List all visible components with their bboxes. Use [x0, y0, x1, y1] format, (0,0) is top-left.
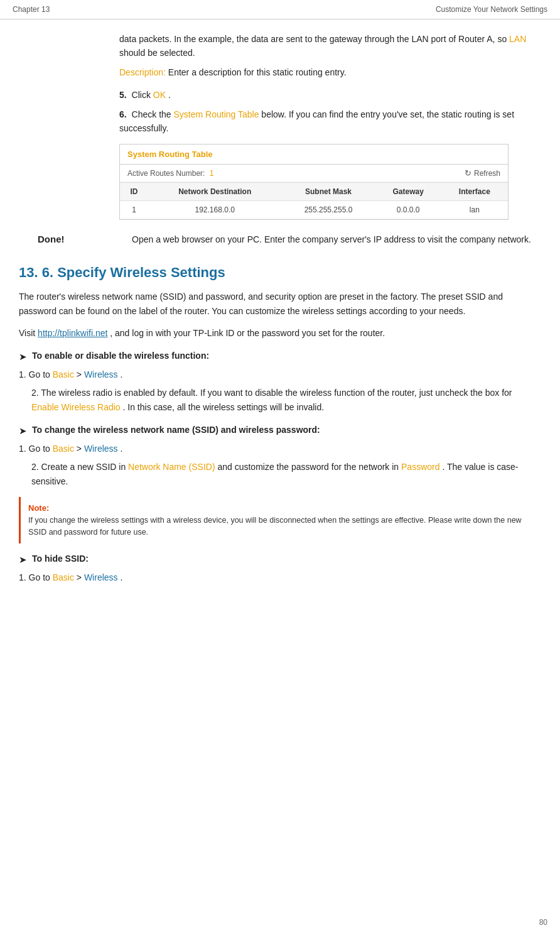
section2-step2: 2. Create a new SSID in Network Name (SS… [31, 460, 541, 489]
section2-step1: 1. Go to Basic > Wireless . [19, 442, 541, 456]
s1-step1-mid: > [77, 369, 82, 379]
table-row: 1192.168.0.0255.255.255.00.0.0.0lan [120, 201, 508, 219]
section3-arrow-heading: ➤ To hide SSID: [19, 554, 541, 565]
s2-step2-link2: Password [401, 462, 439, 472]
section-13-6-heading: 13. 6. Specify Wireless Settings [19, 265, 541, 281]
page-header: Chapter 13 Customize Your Network Settin… [0, 0, 560, 19]
step-5-prefix: Click [132, 90, 151, 100]
step-5-ok: OK [153, 90, 166, 100]
active-routes-value: 1 [210, 169, 214, 178]
section1-heading-text: To enable or disable the wireless functi… [32, 351, 209, 361]
active-routes-label: Active Routes Number: 1 [127, 169, 213, 178]
refresh-button[interactable]: ↻ Refresh [465, 168, 500, 178]
s1-step1-basic: Basic [53, 369, 74, 379]
intro-paragraph: data packets. In the example, the data a… [119, 32, 541, 79]
active-routes-text: Active Routes Number: [127, 169, 205, 178]
table-cell: 255.255.255.0 [281, 201, 375, 219]
step-6-prefix: Check the [132, 109, 171, 119]
main-content: data packets. In the example, the data a… [0, 19, 560, 614]
body-para-2: Visit http://tplinkwifi.net , and log in… [19, 326, 541, 341]
routing-table: ID Network Destination Subnet Mask Gatew… [120, 182, 508, 219]
table-cell: lan [441, 201, 508, 219]
s2-step1-wireless: Wireless [84, 444, 118, 454]
col-gateway: Gateway [375, 183, 441, 201]
s1-step1-suffix: . [120, 369, 122, 379]
table-header-row: ID Network Destination Subnet Mask Gatew… [120, 183, 508, 201]
s1-step1-wireless: Wireless [84, 369, 118, 379]
s2-step1-mid: > [77, 444, 84, 454]
s2-step1-prefix: 1. Go to [19, 444, 50, 454]
routing-table-subbar: Active Routes Number: 1 ↻ Refresh [120, 165, 508, 182]
body-para-2-prefix: Visit [19, 328, 35, 338]
table-cell: 1 [120, 201, 148, 219]
arrow-icon-2: ➤ [19, 425, 27, 437]
routes-table: ID Network Destination Subnet Mask Gatew… [120, 182, 508, 219]
step-5: 5. Click OK . [119, 88, 541, 102]
done-text: Open a web browser on your PC. Enter the… [132, 232, 531, 246]
col-network-dest: Network Destination [148, 183, 281, 201]
note-title: Note: [28, 502, 534, 515]
col-subnet: Subnet Mask [281, 183, 375, 201]
done-section: Done! Open a web browser on your PC. Ent… [38, 232, 541, 246]
note-text: If you change the wireless settings with… [28, 515, 534, 539]
s1-step2-link: Enable Wireless Radio [31, 402, 121, 412]
s3-step1-mid: > [77, 572, 84, 582]
s3-step1-prefix: 1. Go to [19, 572, 50, 582]
section1-step1: 1. Go to Basic > Wireless . [19, 368, 541, 382]
s2-step2-prefix: 2. Create a new SSID in [31, 462, 126, 472]
s2-step2-link1: Network Name (SSID) [128, 462, 215, 472]
s2-step2-mid: and customize the password for the netwo… [217, 462, 399, 472]
refresh-icon: ↻ [465, 168, 471, 178]
arrow-icon-3: ➤ [19, 554, 27, 565]
section2-arrow-heading: ➤ To change the wireless network name (S… [19, 425, 541, 437]
chapter-label: Chapter 13 [13, 5, 50, 14]
step-6: 6. Check the System Routing Table below.… [119, 107, 541, 136]
s1-step2-suffix: . In this case, all the wireless setting… [123, 402, 325, 412]
s3-step1-wireless: Wireless [84, 572, 118, 582]
s2-step1-basic: Basic [53, 444, 74, 454]
refresh-label: Refresh [474, 169, 500, 178]
step-6-link: System Routing Table [174, 109, 259, 119]
arrow-icon-1: ➤ [19, 351, 27, 363]
section3-step1: 1. Go to Basic > Wireless . [19, 570, 541, 585]
intro-text-before: data packets. In the example, the data a… [119, 34, 507, 44]
step-6-num: 6. [119, 109, 127, 119]
description-label: Description: [119, 67, 166, 77]
page-number: 80 [539, 918, 547, 927]
section2-heading-text: To change the wireless network name (SSI… [32, 425, 320, 435]
col-interface: Interface [441, 183, 508, 201]
col-id: ID [120, 183, 148, 201]
intro-text-after: should be selected. [119, 48, 195, 58]
s3-step1-basic: Basic [53, 572, 74, 582]
step-5-suffix: . [168, 90, 171, 100]
s1-step1-prefix: 1. Go to [19, 369, 50, 379]
table-cell: 0.0.0.0 [375, 201, 441, 219]
section3-heading-text: To hide SSID: [32, 554, 89, 564]
step-5-num: 5. [119, 90, 127, 100]
done-label: Done! [38, 232, 119, 246]
description-text: Enter a description for this static rout… [168, 67, 347, 77]
s2-step1-suffix: . [120, 444, 122, 454]
s1-step2-prefix: 2. The wireless radio is enabled by defa… [31, 388, 512, 398]
body-para-2-suffix: , and log in with your TP-Link ID or the… [110, 328, 385, 338]
table-cell: 192.168.0.0 [148, 201, 281, 219]
section1-arrow-heading: ➤ To enable or disable the wireless func… [19, 351, 541, 363]
page-footer: 80 [539, 918, 547, 927]
section-label: Customize Your Network Settings [436, 5, 547, 14]
tplinkwifi-link[interactable]: http://tplinkwifi.net [38, 328, 107, 338]
intro-text: data packets. In the example, the data a… [119, 32, 541, 60]
description-paragraph: Description: Enter a description for thi… [119, 65, 541, 79]
lan-highlight: LAN [509, 34, 526, 44]
note-box: Note: If you change the wireless setting… [19, 497, 541, 544]
section1-step2: 2. The wireless radio is enabled by defa… [31, 386, 541, 415]
routing-table-title: System Routing Table [120, 145, 508, 165]
s3-step1-suffix: . [120, 572, 122, 582]
body-para-1: The router's wireless network name (SSID… [19, 290, 541, 319]
routing-table-box: System Routing Table Active Routes Numbe… [119, 144, 509, 220]
